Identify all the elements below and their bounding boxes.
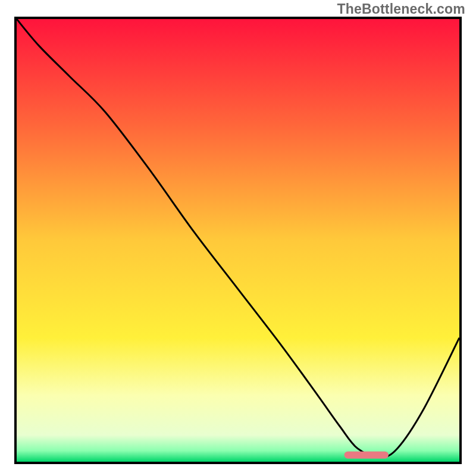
watermark-text: TheBottleneck.com [337,1,465,17]
chart-background-gradient [17,19,459,462]
bottleneck-chart [17,19,459,462]
optimal-range-marker [345,452,389,459]
